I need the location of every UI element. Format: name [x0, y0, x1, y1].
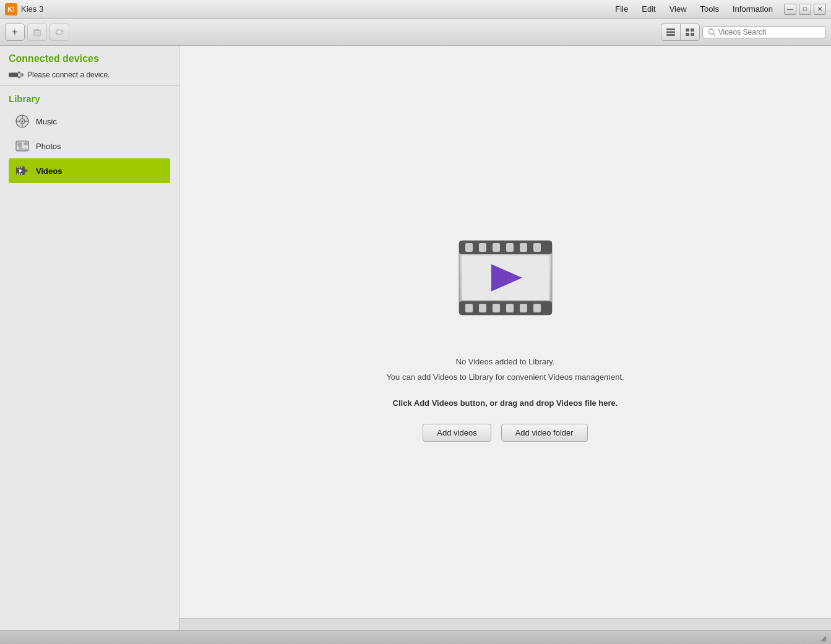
- title-bar: K! Kies 3 File Edit View Tools Informati…: [0, 0, 831, 19]
- toolbar: +: [0, 19, 831, 46]
- svg-rect-47: [533, 243, 541, 252]
- videos-icon: [15, 163, 30, 178]
- sidebar: Connected devices Please connect a devic…: [0, 46, 179, 630]
- app-title: Kies 3: [21, 4, 609, 14]
- svg-rect-35: [21, 166, 22, 168]
- menu-file[interactable]: File: [609, 2, 634, 16]
- svg-rect-28: [24, 142, 28, 145]
- add-videos-button[interactable]: Add videos: [423, 424, 491, 442]
- svg-rect-34: [19, 173, 20, 175]
- menu-edit[interactable]: Edit: [635, 2, 661, 16]
- svg-rect-36: [21, 173, 22, 175]
- list-view-button[interactable]: [661, 24, 681, 41]
- grid-view-button[interactable]: [680, 24, 700, 41]
- main-area: Connected devices Please connect a devic…: [0, 46, 831, 630]
- photos-icon: [15, 139, 30, 153]
- svg-rect-6: [666, 31, 675, 33]
- connected-devices-title: Connected devices: [9, 53, 170, 64]
- maximize-button[interactable]: □: [799, 4, 811, 15]
- filmstrip-svg: [447, 222, 564, 340]
- menu-tools[interactable]: Tools: [694, 2, 725, 16]
- svg-point-21: [22, 121, 24, 122]
- svg-rect-51: [506, 304, 514, 312]
- svg-rect-0: [34, 30, 40, 36]
- close-button[interactable]: ✕: [814, 4, 826, 15]
- search-icon: [708, 28, 716, 36]
- content-area: No Videos added to Library. You can add …: [179, 46, 831, 630]
- svg-marker-29: [16, 146, 28, 151]
- svg-rect-11: [691, 33, 694, 36]
- connected-devices-section: Connected devices Please connect a devic…: [0, 46, 179, 86]
- svg-rect-31: [17, 166, 18, 168]
- photos-label: Photos: [36, 142, 61, 151]
- search-box: [702, 26, 826, 38]
- svg-rect-43: [479, 243, 486, 252]
- svg-rect-16: [18, 77, 20, 79]
- library-section: Library: [0, 86, 179, 186]
- empty-state: No Videos added to Library. You can add …: [179, 46, 831, 618]
- empty-line1: No Videos added to Library.: [386, 356, 624, 369]
- svg-rect-32: [19, 166, 20, 168]
- svg-rect-17: [20, 73, 24, 76]
- device-message: Please connect a device.: [27, 71, 110, 79]
- action-buttons: Add videos Add video folder: [423, 424, 587, 442]
- app-window: K! Kies 3 File Edit View Tools Informati…: [0, 0, 831, 644]
- videos-label: Videos: [36, 166, 62, 176]
- svg-rect-9: [691, 28, 694, 32]
- svg-rect-46: [520, 243, 527, 252]
- app-logo: K!: [5, 3, 17, 15]
- content-bottom-bar: [179, 618, 831, 630]
- search-input[interactable]: [718, 28, 820, 36]
- empty-line2: You can add Videos to Library for conven…: [386, 371, 624, 384]
- svg-rect-42: [465, 243, 473, 252]
- video-placeholder-icon: [447, 222, 564, 340]
- svg-rect-10: [686, 33, 689, 36]
- drag-drop-message: Click Add Videos button, or drag and dro…: [393, 398, 618, 408]
- minimize-button[interactable]: —: [784, 4, 796, 15]
- sidebar-item-videos[interactable]: Videos: [9, 158, 170, 183]
- svg-rect-33: [17, 173, 18, 175]
- svg-rect-45: [506, 243, 514, 252]
- svg-rect-15: [18, 72, 20, 74]
- svg-rect-14: [9, 73, 18, 77]
- device-icon: [9, 69, 24, 80]
- menu-information[interactable]: Information: [726, 2, 779, 16]
- svg-rect-7: [666, 34, 675, 36]
- sync-button[interactable]: [50, 24, 69, 41]
- svg-rect-53: [533, 304, 541, 312]
- svg-rect-8: [686, 28, 689, 32]
- svg-rect-27: [17, 142, 22, 147]
- svg-rect-50: [493, 304, 500, 312]
- menu-bar: File Edit View Tools Information: [609, 2, 779, 16]
- empty-message: No Videos added to Library. You can add …: [386, 356, 624, 384]
- svg-rect-49: [479, 304, 486, 312]
- svg-line-13: [713, 33, 715, 35]
- sidebar-item-music[interactable]: Music: [9, 109, 170, 134]
- add-video-folder-button[interactable]: Add video folder: [501, 424, 588, 442]
- music-label: Music: [36, 117, 57, 126]
- add-button[interactable]: +: [5, 24, 25, 41]
- menu-view[interactable]: View: [663, 2, 693, 16]
- music-icon: [15, 114, 30, 129]
- svg-rect-5: [666, 28, 675, 30]
- svg-marker-38: [25, 169, 28, 173]
- status-bar: ◢: [0, 630, 831, 644]
- device-row: Please connect a device.: [9, 69, 170, 80]
- view-toggle-group: [661, 24, 700, 41]
- window-controls: — □ ✕: [784, 4, 826, 15]
- resize-grip: ◢: [820, 633, 826, 642]
- svg-rect-52: [520, 304, 527, 312]
- delete-button[interactable]: [27, 24, 47, 41]
- svg-rect-48: [465, 304, 473, 312]
- svg-rect-44: [493, 243, 500, 252]
- library-title: Library: [9, 93, 170, 104]
- sidebar-item-photos[interactable]: Photos: [9, 134, 170, 158]
